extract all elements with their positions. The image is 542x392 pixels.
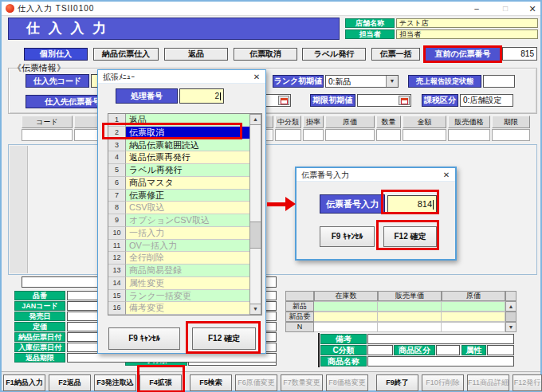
- previous-slip-value: 815: [502, 47, 537, 61]
- grid-cell[interactable]: [403, 129, 446, 141]
- extension-menu-dialog: 拡張ﾒﾆｭｰ ✕ 処理番号 2 ▲ ▼ F9 ｷｬﾝｾﾙ F12 確定 1返品2…: [97, 69, 266, 354]
- toolbar-button-f11: F11商品詳細: [467, 374, 509, 391]
- toolbar-button-f12: F12発行: [513, 374, 542, 391]
- scrollbar-thumb[interactable]: [249, 221, 261, 249]
- process-no-input[interactable]: 2: [179, 88, 224, 104]
- stock-cell[interactable]: [314, 301, 378, 312]
- menu-item[interactable]: ラベル再発行: [126, 164, 249, 177]
- tab-mode-3[interactable]: 返品: [164, 48, 228, 61]
- menu-item-number: 15: [108, 290, 126, 303]
- chevron-down-icon[interactable]: ▼: [386, 76, 398, 87]
- grid-header-cell: コード: [22, 116, 73, 128]
- annotation-box-f4-button: [137, 365, 185, 392]
- stock-cell[interactable]: [378, 301, 442, 312]
- grid-cell[interactable]: [303, 129, 324, 141]
- tab-mode-5[interactable]: ラベル発行: [302, 48, 366, 61]
- tab-mode-6[interactable]: 伝票一括: [371, 48, 420, 61]
- toolbar-button-f2[interactable]: F2返品: [49, 374, 91, 391]
- close-button[interactable]: ✕: [523, 2, 542, 15]
- stock-cell[interactable]: [378, 312, 442, 322]
- toolbar-button-f3[interactable]: F3発注取込: [94, 374, 136, 391]
- stock-cell[interactable]: [442, 301, 505, 312]
- annotation-box-slip-no-input: [381, 190, 439, 214]
- stock-cell[interactable]: [378, 322, 442, 332]
- menu-item[interactable]: OV一括入力: [126, 240, 249, 253]
- menu-item[interactable]: 納品伝票範囲読込: [126, 139, 249, 152]
- scroll-up-icon[interactable]: ▲: [249, 114, 261, 125]
- menu-item[interactable]: 全行削除: [126, 252, 249, 265]
- left-field-label: 入庫伝票日付: [14, 343, 65, 352]
- store-name-label: 店舗名称: [345, 18, 395, 28]
- scroll-down-icon[interactable]: ▼: [249, 304, 261, 315]
- menu-item[interactable]: 伝票修正: [126, 190, 249, 202]
- app-icon: [6, 4, 14, 13]
- scroll-down-icon[interactable]: ▼: [505, 322, 516, 332]
- remarks-value[interactable]: [367, 334, 514, 344]
- toolbar-button-f1[interactable]: F1納品入力: [3, 374, 45, 391]
- menu-scrollbar[interactable]: [249, 114, 261, 315]
- close-icon[interactable]: ✕: [251, 72, 262, 83]
- product-class-value: [436, 345, 460, 355]
- calendar-icon[interactable]: [399, 96, 410, 105]
- c-class-label: C分類: [320, 345, 367, 355]
- stock-cell[interactable]: [314, 322, 378, 332]
- tab-mode-2[interactable]: 納品伝票仕入: [93, 48, 159, 61]
- menu-item-number: 6: [108, 177, 126, 190]
- menu-item-number: 10: [108, 227, 126, 240]
- remarks-label: 備考: [320, 334, 367, 344]
- menu-item[interactable]: オプションCSV取込: [126, 214, 249, 227]
- scroll-up-icon[interactable]: ▲: [505, 301, 516, 312]
- menu-item[interactable]: CSV取込: [126, 202, 249, 214]
- maximize-button: □: [496, 2, 515, 15]
- grid-cell[interactable]: [376, 129, 401, 141]
- menu-item-number: 9: [108, 214, 126, 227]
- menu-item[interactable]: 属性変更: [126, 277, 249, 290]
- left-field-label: 発売日: [14, 312, 65, 321]
- grid-header-cell: 掛率: [303, 116, 324, 128]
- menu-item[interactable]: 返品伝票再発行: [126, 151, 249, 164]
- rank-default-select[interactable]: 0:新品 ▼: [325, 75, 399, 88]
- menu-item[interactable]: ランク一括変更: [126, 290, 249, 303]
- slip-no-input-label: 伝票番号入力: [320, 194, 385, 214]
- menu-item-number: 12: [108, 252, 126, 265]
- tab-mode-1[interactable]: 個別仕入: [24, 48, 88, 61]
- menu-item-number: 5: [108, 164, 126, 177]
- attribute-value: [487, 345, 514, 355]
- tab-mode-4[interactable]: 伝票取消: [234, 48, 297, 61]
- menu-cancel-button[interactable]: F9 ｷｬﾝｾﾙ: [108, 327, 180, 350]
- grid-cell[interactable]: [22, 129, 73, 141]
- left-field-label: 納品伝票日付: [14, 332, 65, 342]
- menu-item[interactable]: 商品マスタ: [126, 177, 249, 190]
- scrollbar-thumb[interactable]: [505, 312, 516, 322]
- menu-item[interactable]: 商品簡易登録: [126, 265, 249, 277]
- menu-item[interactable]: 一括入力: [126, 227, 249, 240]
- grid-row-selector-column: [10, 146, 28, 273]
- grid-cell[interactable]: [492, 129, 530, 141]
- left-field-value[interactable]: [67, 353, 277, 363]
- grid-cell[interactable]: [325, 129, 375, 141]
- manager-value: 担当者: [396, 29, 538, 39]
- toolbar-button-f5[interactable]: F5検索: [190, 374, 232, 391]
- minimize-button[interactable]: –: [467, 2, 486, 15]
- stock-cell[interactable]: [442, 322, 505, 332]
- title-bar: 仕入入力 TSII0100 – □ ✕: [2, 2, 540, 16]
- grid-cell[interactable]: [448, 129, 490, 141]
- toolbar-button-f7: F7数量変更: [281, 374, 323, 391]
- toolbar-button-f6: F6原価変更: [235, 374, 277, 391]
- supplier-code-label: 仕入先コード: [26, 74, 89, 88]
- grid-header-cell: 数量: [376, 116, 401, 128]
- close-icon[interactable]: ✕: [441, 170, 452, 181]
- calendar-icon[interactable]: [278, 96, 289, 105]
- stock-cell[interactable]: [442, 312, 505, 322]
- item-grid-body[interactable]: [8, 144, 537, 275]
- grid-header-cell: 期限: [492, 116, 530, 128]
- menu-item[interactable]: 備考変更: [126, 302, 249, 315]
- stock-cell[interactable]: [314, 312, 378, 322]
- extension-menu-title: 拡張ﾒﾆｭｰ: [98, 70, 265, 84]
- product-name-value: [367, 356, 514, 367]
- grid-cell[interactable]: [275, 129, 301, 141]
- deadline-default-input[interactable]: [357, 94, 411, 107]
- arrow-head-icon: [285, 197, 296, 211]
- slip-no-cancel-button[interactable]: F9 ｷｬﾝｾﾙ: [320, 226, 375, 247]
- toolbar-button-f9[interactable]: F9終了: [376, 374, 418, 391]
